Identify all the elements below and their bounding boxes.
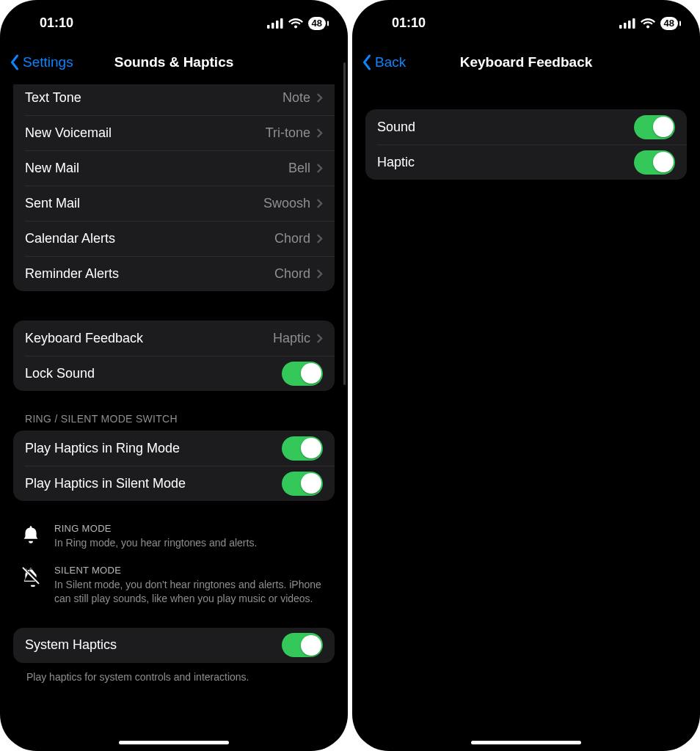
group-header-ring-silent: RING / SILENT MODE SWITCH xyxy=(25,413,330,425)
row-label: Play Haptics in Silent Mode xyxy=(25,476,186,491)
group-footer-system-haptics: Play haptics for system controls and int… xyxy=(26,670,330,684)
chevron-right-icon xyxy=(316,333,323,344)
battery-level: 48 xyxy=(664,18,674,29)
status-right: 48 xyxy=(267,17,326,30)
chevron-right-icon xyxy=(316,198,323,209)
row-label: System Haptics xyxy=(25,637,117,653)
svg-rect-3 xyxy=(280,18,283,29)
haptic-toggle[interactable] xyxy=(634,150,675,175)
status-right: 48 xyxy=(619,17,678,30)
keyboard-feedback-group: Sound Haptic xyxy=(365,109,687,180)
home-indicator[interactable] xyxy=(471,741,581,744)
row-label: Reminder Alerts xyxy=(25,266,119,282)
row-value: Note xyxy=(282,90,310,106)
row-value: Chord xyxy=(274,231,310,246)
svg-rect-7 xyxy=(628,21,631,29)
phone-right: 01:10 48 Back Keyboard Feedback Sound Ha… xyxy=(352,0,700,751)
battery-indicator: 48 xyxy=(660,17,678,30)
row-label: Sound xyxy=(377,120,415,135)
chevron-left-icon xyxy=(9,54,20,70)
info-desc: In Silent mode, you don't hear ringtones… xyxy=(54,578,330,606)
chevron-right-icon xyxy=(316,268,323,279)
lock-sound-toggle[interactable] xyxy=(282,362,323,386)
ring-silent-group: Play Haptics in Ring Mode Play Haptics i… xyxy=(13,431,335,501)
keyboard-lock-group: Keyboard Feedback Haptic Lock Sound xyxy=(13,320,335,391)
phone-left: 01:10 48 Settings Sounds & Haptics Text … xyxy=(0,0,348,751)
back-label: Settings xyxy=(23,54,73,70)
row-value: Haptic xyxy=(273,331,310,346)
row-keyboard-feedback[interactable]: Keyboard Feedback Haptic xyxy=(13,320,335,356)
row-label: Lock Sound xyxy=(25,366,95,381)
row-calendar-alerts[interactable]: Calendar Alerts Chord xyxy=(13,221,335,256)
row-label: New Voicemail xyxy=(25,125,112,141)
battery-indicator: 48 xyxy=(308,17,326,30)
info-desc: In Ring mode, you hear ringtones and ale… xyxy=(54,536,330,550)
row-ring-haptics[interactable]: Play Haptics in Ring Mode xyxy=(13,431,335,466)
chevron-right-icon xyxy=(316,128,323,139)
status-bar: 01:10 48 xyxy=(352,0,700,40)
row-value: Bell xyxy=(288,161,310,176)
svg-rect-1 xyxy=(271,23,274,29)
status-bar: 01:10 48 xyxy=(0,0,348,40)
row-lock-sound[interactable]: Lock Sound xyxy=(13,356,335,391)
row-new-voicemail[interactable]: New Voicemail Tri-tone xyxy=(13,115,335,150)
system-haptics-toggle[interactable] xyxy=(282,633,323,657)
wifi-icon xyxy=(641,18,655,29)
bell-slash-icon xyxy=(19,565,43,587)
battery-level: 48 xyxy=(312,18,322,29)
info-title: SILENT MODE xyxy=(54,565,330,576)
back-label: Back xyxy=(375,54,406,70)
ring-haptics-toggle[interactable] xyxy=(282,436,323,461)
svg-rect-8 xyxy=(632,18,635,29)
row-label: Text Tone xyxy=(25,90,81,106)
svg-rect-6 xyxy=(624,23,627,29)
silent-haptics-toggle[interactable] xyxy=(282,472,323,496)
back-button[interactable]: Settings xyxy=(0,54,73,70)
row-sound[interactable]: Sound xyxy=(365,109,687,144)
content-area: Sound Haptic xyxy=(352,84,700,751)
scrollbar-indicator[interactable] xyxy=(343,62,346,385)
system-haptics-group: System Haptics xyxy=(13,628,335,663)
row-label: Haptic xyxy=(377,155,415,170)
home-indicator[interactable] xyxy=(119,741,229,744)
row-value: Chord xyxy=(274,266,310,282)
svg-point-9 xyxy=(646,25,649,28)
sound-settings-group: Text Tone Note New Voicemail Tri-tone Ne… xyxy=(13,84,335,291)
svg-point-4 xyxy=(294,25,297,28)
bell-icon xyxy=(19,523,43,545)
row-label: Sent Mail xyxy=(25,196,80,211)
info-silent-mode: SILENT MODE In Silent mode, you don't he… xyxy=(19,565,330,606)
row-value: Tri-tone xyxy=(266,125,310,141)
sound-toggle[interactable] xyxy=(634,115,675,139)
chevron-left-icon xyxy=(361,54,372,70)
svg-rect-2 xyxy=(276,21,279,29)
row-label: Calendar Alerts xyxy=(25,231,115,246)
wifi-icon xyxy=(288,18,303,29)
status-time: 01:10 xyxy=(392,15,465,31)
row-new-mail[interactable]: New Mail Bell xyxy=(13,150,335,186)
back-button[interactable]: Back xyxy=(352,54,406,70)
info-title: RING MODE xyxy=(54,523,330,534)
row-silent-haptics[interactable]: Play Haptics in Silent Mode xyxy=(13,466,335,501)
row-label: New Mail xyxy=(25,161,79,176)
row-text-tone[interactable]: Text Tone Note xyxy=(13,84,335,115)
svg-rect-5 xyxy=(619,25,622,29)
status-time: 01:10 xyxy=(40,15,113,31)
row-system-haptics[interactable]: System Haptics xyxy=(13,628,335,663)
row-label: Play Haptics in Ring Mode xyxy=(25,441,180,456)
row-sent-mail[interactable]: Sent Mail Swoosh xyxy=(13,186,335,221)
row-haptic[interactable]: Haptic xyxy=(365,144,687,180)
chevron-right-icon xyxy=(316,233,323,244)
svg-rect-0 xyxy=(267,25,270,29)
chevron-right-icon xyxy=(316,92,323,103)
row-label: Keyboard Feedback xyxy=(25,331,143,346)
row-reminder-alerts[interactable]: Reminder Alerts Chord xyxy=(13,256,335,291)
info-ring-mode: RING MODE In Ring mode, you hear rington… xyxy=(19,523,330,550)
nav-header: Back Keyboard Feedback xyxy=(352,46,700,78)
cell-signal-icon xyxy=(619,18,635,29)
content-area: Text Tone Note New Voicemail Tri-tone Ne… xyxy=(0,84,348,751)
chevron-right-icon xyxy=(316,163,323,174)
nav-header: Settings Sounds & Haptics xyxy=(0,46,348,78)
row-value: Swoosh xyxy=(263,196,310,211)
cell-signal-icon xyxy=(267,18,283,29)
